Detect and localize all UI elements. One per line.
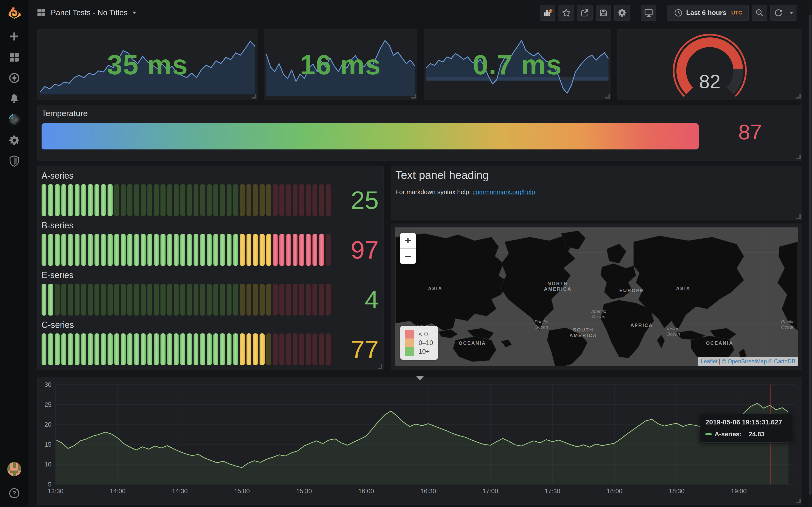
zoom-out-button[interactable] (752, 5, 767, 21)
scrollbar-thumb[interactable] (809, 14, 812, 495)
bar-gauge-value: 4 (333, 284, 379, 316)
dashboard-title-button[interactable]: Panel Tests - No Titles (36, 7, 136, 18)
text-panel-body-text: For markdown syntax help: (395, 188, 472, 195)
led-bar (42, 234, 331, 266)
led-cell (48, 284, 53, 316)
led-cell (240, 333, 245, 365)
world-map[interactable]: ASIANORTH AMERICAEUROPEASIAAFRICASOUTH A… (395, 227, 798, 366)
map-zoom-in-button[interactable]: + (400, 233, 416, 249)
y-axis-tick: 15 (45, 441, 51, 448)
x-axis-tick: 17:30 (545, 488, 560, 495)
led-cell (81, 284, 86, 316)
panel-resize-handle[interactable] (796, 499, 801, 503)
led-cell (273, 284, 278, 316)
sidebar-admin-shield-icon[interactable] (0, 151, 29, 171)
led-cell (108, 333, 112, 365)
map-zoom-out-button[interactable]: − (400, 249, 416, 264)
led-cell (55, 333, 60, 365)
tv-cycle-view-button[interactable] (641, 5, 656, 21)
led-cell (194, 284, 198, 316)
led-cell (121, 234, 126, 266)
markdown-help-link[interactable]: commonmark.org/help (472, 188, 535, 195)
bar-gauge-panel: A-series25B-series97E-series4C-series77 (37, 166, 384, 370)
sidebar-alerting-bell-icon[interactable] (0, 89, 29, 109)
grafana-logo-icon[interactable] (0, 0, 29, 26)
led-cell (326, 184, 331, 216)
led-cell (293, 234, 298, 266)
sidebar-dashboards-icon[interactable] (0, 47, 29, 68)
led-cell (240, 234, 245, 266)
star-button[interactable] (558, 5, 574, 21)
led-cell (319, 234, 324, 266)
led-cell (134, 333, 139, 365)
led-cell (293, 184, 298, 216)
timeseries-graph[interactable]: 13:3014:0014:3015:0015:3016:0016:3017:00… (38, 377, 802, 505)
legend-item: < 0 (405, 330, 433, 338)
ocean-label: Pacific Ocean (535, 319, 548, 330)
led-cell (42, 234, 46, 266)
led-cell (194, 234, 198, 266)
led-cell (227, 234, 232, 266)
osm-link[interactable]: © OpenStreetMap (722, 358, 767, 364)
led-cell (101, 284, 106, 316)
y-axis-tick: 10 (45, 461, 51, 468)
led-cell (273, 234, 278, 266)
led-cell (233, 333, 238, 365)
led-cell (75, 333, 80, 365)
refresh-button[interactable] (770, 5, 786, 21)
attrib-separator: | (717, 358, 722, 364)
led-cell (48, 234, 53, 266)
cartodb-link[interactable]: © CartoDB (768, 358, 795, 364)
add-panel-button[interactable] (540, 5, 555, 21)
led-cell (95, 234, 99, 266)
led-cell (247, 184, 251, 216)
settings-gear-button[interactable] (614, 5, 630, 21)
led-cell (220, 333, 225, 365)
sidebar: ? (0, 0, 29, 507)
led-cell (42, 184, 46, 216)
led-cell (233, 284, 238, 316)
led-cell (134, 184, 139, 216)
user-avatar[interactable] (0, 459, 29, 480)
save-button[interactable] (596, 5, 611, 21)
panel-menu-caret-icon[interactable] (416, 376, 424, 380)
led-cell (266, 234, 271, 266)
bar-gauge-value: 77 (333, 333, 379, 365)
time-picker-button[interactable]: Last 6 hours UTC (667, 5, 749, 21)
led-cell (160, 184, 165, 216)
sidebar-add-icon[interactable] (0, 26, 29, 47)
sidebar-worldping-globe-icon[interactable] (0, 109, 29, 130)
refresh-button-group (770, 5, 797, 21)
panel-resize-handle[interactable] (796, 155, 801, 159)
led-cell (160, 284, 165, 316)
sidebar-configuration-gear-icon[interactable] (0, 130, 29, 151)
led-cell (260, 333, 264, 365)
stat-panel-1: 35 ms (37, 30, 258, 100)
continent-label: ASIA (676, 286, 691, 291)
help-icon[interactable]: ? (0, 483, 29, 504)
panel-resize-handle[interactable] (796, 214, 801, 219)
led-cell (108, 284, 112, 316)
led-cell (55, 234, 60, 266)
led-cell (121, 333, 126, 365)
text-panel: Text panel heading For markdown syntax h… (391, 166, 802, 220)
series-color-dash-icon (705, 433, 712, 435)
timezone-label: UTC (731, 10, 742, 16)
led-cell (253, 184, 258, 216)
panel-resize-handle[interactable] (796, 94, 801, 99)
led-cell (180, 184, 185, 216)
led-cell (306, 284, 311, 316)
x-axis-tick: 14:30 (172, 488, 188, 495)
led-cell (114, 234, 119, 266)
led-cell (220, 284, 225, 316)
led-cell (167, 234, 172, 266)
refresh-interval-caret[interactable] (786, 5, 797, 21)
led-cell (180, 234, 185, 266)
led-cell (326, 333, 331, 365)
sidebar-explore-compass-icon[interactable] (0, 68, 29, 89)
led-cell (61, 234, 66, 266)
legend-swatch (405, 347, 414, 356)
share-button[interactable] (577, 5, 593, 21)
led-cell (200, 333, 205, 365)
leaflet-link[interactable]: Leaflet (701, 358, 717, 364)
